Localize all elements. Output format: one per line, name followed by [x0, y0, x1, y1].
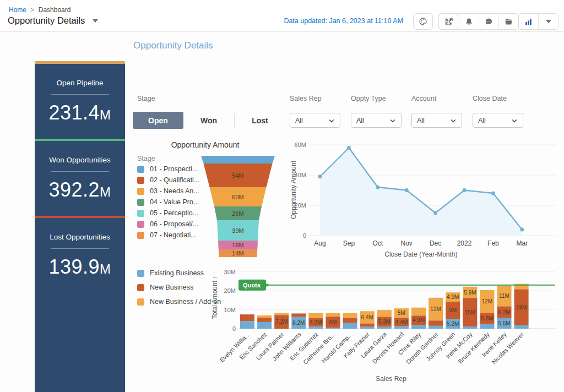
bar-segment[interactable] [343, 313, 357, 318]
breadcrumb-home-link[interactable]: Home [9, 6, 26, 14]
close-date-select[interactable]: All [473, 113, 523, 128]
legend-label: 04 - Value Pro... [150, 198, 199, 206]
funnel-legend-item[interactable]: 03 - Needs An... [137, 187, 199, 195]
bar-johnny-green[interactable]: 5.2M9M4.9M [446, 292, 460, 329]
bar-john-williams[interactable]: 6.2M [291, 313, 306, 329]
funnel-legend-item[interactable]: 04 - Value Pro... [137, 198, 199, 206]
share-icon [444, 17, 454, 26]
data-point[interactable] [433, 211, 437, 215]
share-button[interactable] [439, 14, 459, 29]
data-point[interactable] [376, 186, 379, 189]
bar-eric-gutierrez[interactable]: 4.3M [308, 313, 323, 329]
bar-segment[interactable] [257, 322, 272, 329]
stage-option-lost[interactable]: Lost [235, 112, 285, 129]
bar-harold-camp---[interactable] [343, 313, 357, 329]
bar-evelyn-willia---[interactable] [240, 314, 254, 329]
bar-legend-item[interactable]: New Business [137, 284, 221, 291]
x-axis-title: Sales Rep [376, 375, 406, 383]
bar-segment-value: 5.3M [378, 319, 391, 325]
bar-bruce-kennedy[interactable]: 5.8M12M [480, 290, 494, 329]
oppty-type-filter-label: Oppty Type [351, 95, 386, 102]
data-point[interactable] [318, 175, 322, 178]
bar-chris-riley[interactable]: 4.9M [411, 308, 426, 329]
bar-segment[interactable] [377, 310, 392, 317]
kpi-accent-bar-won [35, 139, 125, 141]
legend-swatch-icon [137, 188, 144, 195]
palette-button[interactable] [413, 13, 433, 30]
bar-eric-sanchez[interactable] [257, 315, 272, 329]
bar-segment[interactable] [308, 313, 323, 318]
funnel-legend-title: Stage [137, 155, 155, 162]
stage-option-open[interactable]: Open [133, 112, 183, 129]
data-point[interactable] [463, 188, 467, 192]
legend-label: 01 - Prospecti... [150, 165, 198, 173]
x-tick-label: Feb [487, 239, 499, 247]
funnel-legend-item[interactable]: 02 - Qualificati... [137, 176, 199, 184]
data-point[interactable] [405, 188, 409, 192]
bar-segment[interactable] [411, 308, 426, 315]
bar-segment[interactable] [429, 326, 443, 329]
bar-chart-legend: Existing BusinessNew BusinessNew Busines… [137, 269, 221, 306]
bar-legend-item[interactable]: Existing Business [137, 269, 221, 277]
bar-segment[interactable] [429, 320, 443, 326]
notifications-button[interactable] [459, 14, 479, 29]
bar-segment[interactable] [308, 326, 323, 329]
bar-segment[interactable] [257, 315, 272, 318]
bar-segment[interactable] [257, 318, 272, 322]
bar-segment[interactable] [377, 327, 392, 329]
data-point[interactable] [520, 228, 524, 232]
bar-segment[interactable] [343, 323, 357, 329]
bar-segment[interactable] [326, 313, 340, 316]
stage-option-won[interactable]: Won [183, 112, 234, 129]
bar-doroth-gardner[interactable]: 12M [429, 298, 443, 329]
funnel-legend-item[interactable]: 06 - Proposal/... [137, 220, 199, 228]
chart-type-icon [524, 17, 533, 26]
legend-swatch-icon [137, 284, 144, 291]
sales-rep-select[interactable]: All [290, 113, 340, 128]
palette-icon [418, 17, 428, 26]
bar-segment[interactable] [326, 328, 340, 329]
bar-irene-mccoy[interactable]: 15M5.9M [463, 287, 477, 329]
bar-segment[interactable] [514, 325, 529, 329]
bar-segment[interactable] [343, 318, 357, 323]
title-caret-down-icon[interactable] [93, 19, 98, 23]
funnel-legend-item[interactable]: 01 - Prospecti... [137, 165, 199, 173]
bar-laura-palmer[interactable]: 7.2M [274, 313, 289, 329]
bar-segment[interactable] [480, 324, 494, 329]
bar-segment[interactable] [274, 313, 289, 315]
bar-segment[interactable] [463, 326, 477, 329]
bar-catherine-bro---[interactable]: 6M [326, 313, 340, 329]
annotations-button[interactable] [479, 14, 498, 29]
save-folder-button[interactable] [498, 14, 518, 29]
oppty-type-select[interactable]: All [351, 113, 402, 128]
data-point[interactable] [491, 192, 495, 195]
breadcrumb-current[interactable]: Dashboard [39, 6, 71, 14]
bar-irene-kelley[interactable]: 5.6M6.2M11M [497, 285, 512, 329]
bar-segment[interactable] [411, 325, 426, 329]
chart-type-caret-button[interactable] [538, 14, 558, 29]
bar-segment[interactable] [240, 314, 254, 321]
account-select[interactable]: All [411, 113, 462, 128]
kpi-divider [51, 94, 109, 95]
bar-laura-garza[interactable]: 5.3M [377, 310, 392, 329]
kpi-accent-bar-lost [35, 216, 125, 218]
data-point[interactable] [347, 146, 351, 150]
funnel-segment[interactable] [201, 156, 275, 164]
bar-nicolas-weaver[interactable]: 19M [514, 284, 529, 329]
chart-type-button[interactable] [518, 14, 538, 29]
timeline-chart: 020M40M60MAugSepOctNovDec2022FebMarClose… [286, 138, 562, 262]
bar-segment[interactable] [360, 327, 375, 329]
bar-segment[interactable] [240, 321, 254, 329]
bar-segment[interactable] [394, 326, 409, 329]
bar-legend-item[interactable]: New Business / Add-on [137, 298, 221, 306]
x-tick-label: Dec [430, 239, 441, 247]
bar-kelly-frazier[interactable]: 6.4M [360, 311, 375, 329]
bar-segment[interactable] [360, 323, 375, 326]
legend-label: 06 - Proposal/... [150, 220, 198, 228]
funnel-legend-item[interactable]: 05 - Perceptio... [137, 209, 199, 217]
bar-segment[interactable] [291, 313, 306, 317]
sales-rep-select-value: All [295, 117, 303, 124]
kpi-divider [51, 171, 109, 172]
bar-dennis-howard[interactable]: 4.4M5M [394, 308, 409, 329]
funnel-legend-item[interactable]: 07 - Negotiati... [137, 231, 199, 239]
